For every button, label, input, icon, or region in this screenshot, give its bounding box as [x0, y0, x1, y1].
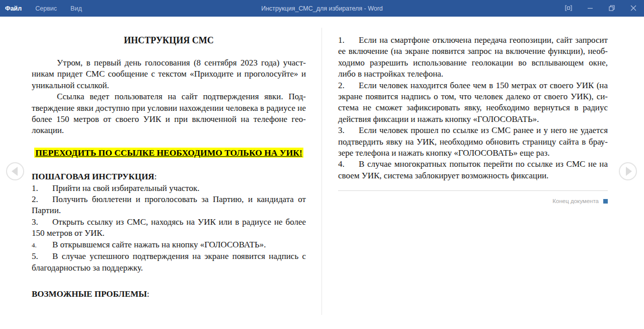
step-item-1: 1.Прийти на свой избирательный участок. — [32, 183, 306, 194]
minimize-icon — [587, 4, 593, 13]
menu-file[interactable]: Файл — [5, 0, 22, 17]
step-item-5: 5.В случае успешного подтверждения на эк… — [32, 251, 306, 274]
problem-text: В случае многократных попыток перейти по… — [338, 159, 608, 180]
problem-item-1: 1.Если на смартфоне отключена передача г… — [338, 35, 608, 80]
menubar: Файл Сервис Вид — [0, 0, 96, 17]
menu-view[interactable]: Вид — [70, 0, 82, 17]
problem-text: Если человек прошел по ссылке из СМС ран… — [338, 125, 608, 158]
problem-item-3: 3.Если человек прошел по ссылке из СМС р… — [338, 125, 608, 159]
end-of-document-label: Конец документа — [552, 195, 599, 207]
page-column-right: 1.Если на смартфоне отключена передача г… — [338, 35, 608, 207]
problem-number: 4. — [338, 159, 346, 170]
next-page-button[interactable] — [619, 162, 637, 180]
step-number: 3. — [32, 217, 39, 228]
problem-number: 1. — [338, 35, 346, 46]
warning-block: ПЕРЕХОДИТЬ ПО ССЫЛКЕ НЕОБХОДИМО ТОЛЬКО Н… — [32, 147, 306, 159]
end-of-document-marker-icon — [603, 199, 608, 204]
problems-heading-colon: : — [147, 289, 149, 299]
problem-text: Если человек находится более чем в 150 м… — [338, 81, 608, 124]
arrow-right-icon — [626, 167, 632, 176]
restore-button[interactable] — [601, 0, 622, 17]
problem-item-2: 2.Если человек находится более чем в 150… — [338, 80, 608, 125]
step-number: 5. — [32, 251, 39, 262]
step-number: 4. — [32, 240, 39, 251]
close-icon — [630, 4, 636, 13]
problem-number: 3. — [338, 125, 346, 136]
steps-heading: ПОШАГОВАЯ ИНСТРУКЦИЯ: — [32, 171, 306, 182]
fullscreen-toggle-button[interactable] — [557, 0, 579, 17]
previous-page-button[interactable] — [6, 162, 24, 180]
reading-view: ИНСТРУКЦИЯ СМС Утром, в первый день голо… — [0, 17, 644, 329]
steps-heading-colon: : — [154, 172, 157, 181]
step-text: В случае успешного подтверждения на экра… — [32, 251, 306, 272]
step-number: 1. — [32, 183, 39, 194]
minimize-button[interactable] — [579, 0, 601, 17]
column-divider — [321, 28, 322, 315]
word-window: Файл Сервис Вид Инструкция_СМС_для избир… — [0, 0, 644, 329]
end-of-document-row: Конец документа — [338, 195, 608, 207]
problems-heading: ВОЗМОЖНЫЕ ПРОБЛЕМЫ: — [32, 289, 306, 300]
restore-icon — [609, 4, 615, 13]
problems-heading-text: ВОЗМОЖНЫЕ ПРОБЛЕМЫ — [32, 289, 147, 299]
document-heading: ИНСТРУКЦИЯ СМС — [32, 35, 306, 46]
paragraph-link-info: Ссылка ведет пользователя на сайт подтве… — [32, 91, 306, 137]
step-item-2: 2.Получить бюллетени и проголосовать за … — [32, 194, 306, 217]
titlebar: Файл Сервис Вид Инструкция_СМС_для избир… — [0, 0, 644, 17]
highlighted-warning-text: ПЕРЕХОДИТЬ ПО ССЫЛКЕ НЕОБХОДИМО ТОЛЬКО Н… — [34, 148, 303, 158]
window-title: Инструкция_СМС_для избирателя - Word — [261, 0, 383, 17]
step-text: Получить бюллетени и проголосовать за Па… — [32, 194, 306, 215]
menu-service[interactable]: Сервис — [35, 0, 57, 17]
problem-text: Если на смартфоне отключена передача гео… — [338, 35, 608, 79]
problem-item-4: 4.В случае многократных попыток перейти … — [338, 159, 608, 181]
window-controls — [557, 0, 644, 17]
fullscreen-icon — [565, 4, 572, 13]
step-item-3: 3.Открыть ссылку из СМС, находясь на УИК… — [32, 217, 306, 239]
end-of-document-rule — [338, 190, 608, 191]
step-item-4: 4.В открывшемся сайте нажать на кнопку «… — [32, 239, 306, 251]
step-text: Прийти на свой избирательный участок. — [52, 183, 200, 193]
steps-heading-text: ПОШАГОВАЯ ИНСТРУКЦИЯ — [32, 172, 154, 181]
page-column-left: ИНСТРУКЦИЯ СМС Утром, в первый день голо… — [32, 35, 306, 300]
close-button[interactable] — [622, 0, 644, 17]
step-number: 2. — [32, 194, 39, 205]
problem-number: 2. — [338, 80, 346, 91]
paragraph-intro: Утром, в первый день голосования (8 сент… — [32, 57, 306, 91]
arrow-left-icon — [12, 167, 18, 176]
step-text: В открывшемся сайте нажать на кнопку «ГО… — [52, 240, 266, 249]
step-text: Открыть ссылку из СМС, находясь на УИК и… — [32, 217, 306, 238]
